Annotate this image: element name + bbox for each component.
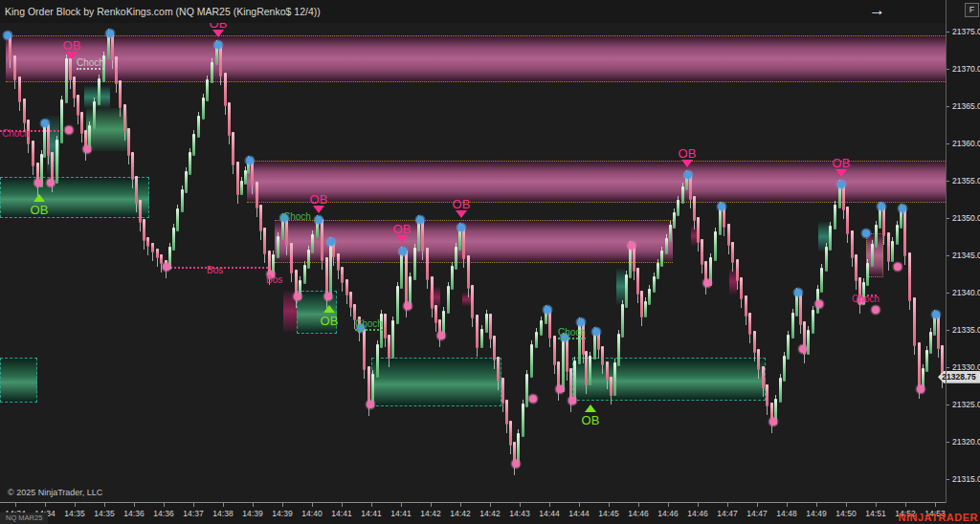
price-axis[interactable]: 21375.0021370.0021365.0021360.0021355.00… bbox=[946, 0, 980, 524]
candle bbox=[341, 267, 344, 283]
candle bbox=[493, 336, 496, 360]
choch-label: Choch bbox=[558, 327, 586, 339]
candle bbox=[391, 320, 394, 359]
bullish-order-block[interactable] bbox=[0, 358, 37, 403]
time-tick bbox=[371, 503, 372, 507]
candle bbox=[522, 404, 524, 437]
candle bbox=[697, 217, 700, 243]
bearish-order-block[interactable] bbox=[6, 35, 946, 82]
candle bbox=[32, 141, 34, 165]
candle bbox=[509, 421, 512, 446]
candle bbox=[762, 366, 765, 388]
bullish-order-block[interactable] bbox=[0, 177, 149, 218]
time-tick bbox=[431, 503, 432, 507]
candle bbox=[396, 286, 399, 324]
candle bbox=[434, 305, 437, 324]
swing-high-dot bbox=[416, 216, 424, 224]
swing-low-dot bbox=[437, 332, 445, 339]
candle bbox=[625, 274, 628, 308]
candle bbox=[636, 268, 639, 295]
candle bbox=[648, 289, 651, 305]
time-tick-label: 14:49 bbox=[806, 509, 826, 518]
candle bbox=[640, 291, 643, 317]
candle bbox=[240, 181, 243, 195]
candle bbox=[181, 189, 184, 212]
swing-high-dot bbox=[41, 120, 49, 127]
time-tick bbox=[134, 503, 135, 507]
candle bbox=[657, 263, 659, 279]
ob-bearish-label: OB bbox=[453, 197, 471, 211]
candle bbox=[303, 265, 306, 284]
candle bbox=[431, 276, 434, 309]
ob-bearish-triangle-icon bbox=[456, 210, 467, 218]
time-tick-label: 14:41 bbox=[331, 509, 351, 518]
candle bbox=[143, 219, 145, 242]
candle bbox=[400, 251, 403, 289]
candle bbox=[77, 95, 79, 117]
time-axis[interactable]: 14:3414:3414:3514:3514:3614:3614:3714:38… bbox=[0, 502, 946, 524]
candle bbox=[566, 337, 568, 372]
ob-bullish-triangle-icon bbox=[323, 305, 335, 313]
candle bbox=[748, 313, 751, 335]
time-tick bbox=[816, 503, 817, 507]
price-tick-label: 21350.00 bbox=[952, 213, 980, 223]
candle bbox=[43, 124, 46, 158]
choch-label: Choch bbox=[852, 294, 880, 304]
candle bbox=[417, 219, 420, 251]
candle bbox=[256, 182, 258, 208]
instrument-tab[interactable]: NQ MAR25 bbox=[0, 513, 48, 524]
time-tick-label: 14:44 bbox=[568, 509, 589, 518]
swing-low-dot bbox=[163, 263, 170, 271]
candle bbox=[123, 104, 126, 132]
candle bbox=[47, 124, 50, 156]
candle bbox=[866, 263, 869, 286]
bullish-order-block[interactable] bbox=[371, 358, 501, 406]
price-tick-label: 21335.00 bbox=[952, 325, 980, 335]
fit-window-button[interactable]: F bbox=[965, 3, 979, 17]
price-tick-label: 21340.00 bbox=[952, 288, 980, 297]
candle bbox=[653, 276, 656, 293]
candle bbox=[908, 252, 911, 301]
candle bbox=[731, 242, 734, 264]
candle bbox=[589, 356, 591, 384]
candle bbox=[669, 225, 672, 241]
candle bbox=[530, 344, 533, 378]
candle bbox=[405, 251, 408, 309]
candle bbox=[376, 344, 379, 378]
candle bbox=[629, 245, 632, 278]
ob-bearish-label: OB bbox=[833, 156, 851, 170]
swing-high-dot bbox=[106, 30, 114, 37]
swing-low-dot bbox=[83, 145, 91, 153]
candle bbox=[60, 99, 63, 143]
ob-bullish-label: OB bbox=[321, 314, 339, 328]
swing-high-dot bbox=[457, 224, 465, 231]
time-tick bbox=[668, 503, 669, 507]
candle bbox=[673, 212, 676, 229]
candle bbox=[480, 329, 483, 348]
candle bbox=[219, 44, 222, 77]
candle bbox=[871, 244, 874, 267]
candle bbox=[882, 206, 885, 235]
arrow-right-icon[interactable]: → bbox=[869, 1, 885, 20]
time-tick-label: 14:46 bbox=[657, 509, 678, 518]
time-tick-label: 14:38 bbox=[212, 509, 233, 518]
time-tick bbox=[490, 503, 491, 507]
time-tick bbox=[193, 503, 194, 507]
candle bbox=[621, 304, 624, 338]
chart-canvas[interactable]: OBOBOBOBOBOBOBOBOBOBChochChochChochChoch… bbox=[0, 0, 946, 502]
time-tick bbox=[905, 503, 906, 507]
candle bbox=[799, 292, 802, 325]
candle bbox=[151, 243, 154, 252]
time-tick bbox=[727, 503, 728, 507]
candle bbox=[426, 248, 429, 280]
time-tick bbox=[549, 503, 550, 507]
candle bbox=[714, 231, 717, 261]
candle bbox=[345, 279, 348, 295]
swing-low-dot bbox=[324, 293, 332, 300]
time-tick bbox=[45, 503, 46, 507]
teal-zone bbox=[616, 269, 625, 304]
candle bbox=[540, 320, 543, 336]
time-tick bbox=[520, 503, 521, 507]
ob-bearish-triangle-icon bbox=[396, 235, 408, 243]
candle bbox=[753, 331, 756, 353]
